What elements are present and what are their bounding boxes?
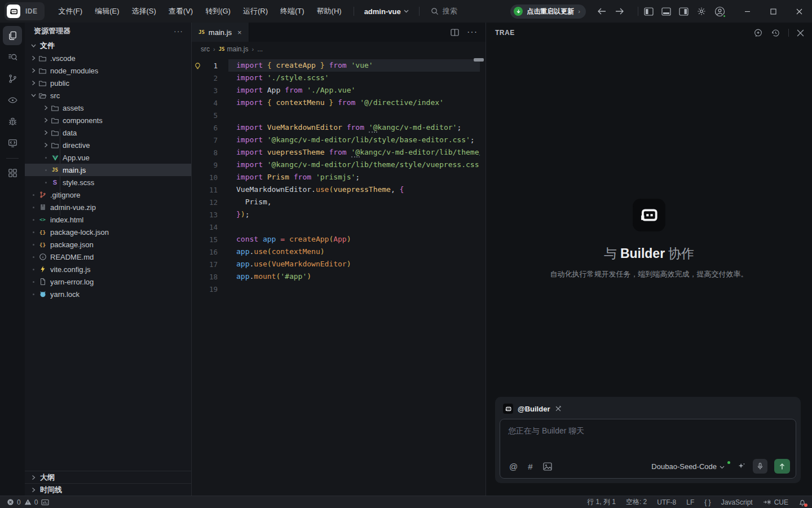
tree-item-assets[interactable]: assets [25, 102, 191, 114]
preview-eye-icon[interactable] [3, 90, 22, 110]
tree-item-directive[interactable]: directive [25, 139, 191, 151]
voice-input-button[interactable] [753, 459, 767, 474]
nav-back-button[interactable] [597, 8, 606, 15]
tree-item-label: src [50, 91, 60, 100]
chevron-expanded-icon [31, 44, 37, 48]
settings-gear-icon[interactable] [696, 6, 707, 16]
menu-item-5[interactable]: 运行(R) [237, 4, 274, 19]
cue-indicator[interactable]: CUE [763, 498, 788, 506]
source-control-icon[interactable] [3, 69, 22, 88]
extensions-grid-icon[interactable] [3, 163, 22, 182]
search-icon[interactable] [3, 47, 22, 67]
warnings-indicator[interactable]: 0 [24, 498, 38, 506]
tree-item-package-json[interactable]: {}package.json [25, 238, 191, 251]
menu-item-4[interactable]: 转到(G) [199, 4, 237, 19]
tree-chevron-icon[interactable] [29, 68, 38, 73]
tree-item-app-vue[interactable]: App.vue [25, 151, 191, 164]
window-close-button[interactable] [786, 0, 812, 23]
tree-item-main-js[interactable]: JSmain.js [25, 164, 191, 176]
breadcrumb-item-0[interactable]: src [201, 45, 210, 53]
line-number: 13 [203, 211, 218, 219]
status-item-4[interactable]: { } [704, 498, 710, 506]
window-maximize-button[interactable] [760, 0, 786, 23]
chat-input[interactable]: 您正在与 Builder 聊天 @ # Doubao-Seed-Code [500, 419, 796, 479]
tree-chevron-icon[interactable] [42, 142, 50, 148]
tree-item-index-html[interactable]: <>index.html [25, 213, 191, 226]
agent-tools-icon[interactable] [554, 405, 562, 413]
tree-item-package-lock-json[interactable]: {}package-lock.json [25, 226, 191, 238]
tree-item-yarn-error-log[interactable]: yarn-error.log [25, 275, 191, 288]
close-panel-icon[interactable] [797, 29, 804, 37]
tree-chevron-icon[interactable] [42, 117, 50, 123]
errors-indicator[interactable]: 0 [7, 498, 21, 506]
tree-item-src[interactable]: src [25, 89, 191, 102]
tree-item-vite-config-js[interactable]: vite.config.js [25, 263, 191, 275]
menu-item-3[interactable]: 查看(V) [162, 4, 199, 19]
history-icon[interactable] [771, 28, 780, 38]
menu-item-7[interactable]: 帮助(H) [311, 4, 348, 19]
status-item-5[interactable]: JavaScript [721, 498, 753, 506]
restart-to-update-button[interactable]: 点击重启以更新 › [510, 5, 586, 19]
scrollbar-thumb[interactable] [474, 58, 484, 62]
tree-item-yarn-lock[interactable]: yarn.lock [25, 288, 191, 300]
status-item-3[interactable]: LF [686, 498, 694, 506]
tree-item--vscode[interactable]: .vscode [25, 52, 191, 64]
agent-name[interactable]: @Builder [518, 405, 550, 413]
new-chat-icon[interactable] [753, 28, 763, 38]
app-logo[interactable]: IDE [5, 2, 45, 20]
status-item-2[interactable]: UTF-8 [657, 498, 676, 506]
explorer-icon[interactable] [3, 26, 22, 45]
tree-chevron-icon[interactable] [29, 55, 38, 61]
context-tag-button[interactable]: # [528, 462, 532, 471]
tree-chevron-icon[interactable] [29, 80, 38, 86]
model-selector[interactable]: Doubao-Seed-Code [651, 462, 730, 471]
code-editor[interactable]: 1import { createApp } from 'vue'2import … [192, 56, 486, 496]
toggle-left-panel-button[interactable] [644, 7, 654, 16]
breadcrumb-item-2[interactable]: ... [257, 45, 263, 53]
explorer-more-button[interactable]: ··· [174, 27, 183, 36]
search-icon [431, 7, 439, 15]
nav-forward-button[interactable] [615, 8, 624, 15]
tree-item-readme-md[interactable]: README.md [25, 251, 191, 263]
ports-indicator[interactable] [41, 499, 49, 506]
tree-item-style-scss[interactable]: Sstyle.scss [25, 176, 191, 189]
tree-item-node-modules[interactable]: node_modules [25, 64, 191, 77]
terminal-screen-icon[interactable] [3, 133, 22, 152]
debug-icon[interactable] [3, 112, 22, 131]
tree-item-data[interactable]: data [25, 126, 191, 139]
line-number: 2 [203, 74, 218, 82]
notifications-bell-icon[interactable] [798, 498, 806, 506]
send-button[interactable] [774, 459, 790, 474]
status-item-1[interactable]: 空格: 2 [626, 497, 647, 507]
global-search[interactable]: 搜索 [425, 6, 463, 16]
mention-button[interactable]: @ [509, 462, 518, 471]
editor-more-button[interactable]: ··· [467, 27, 478, 37]
window-minimize-button[interactable] [734, 0, 760, 23]
menu-item-1[interactable]: 编辑(E) [89, 4, 125, 19]
toggle-bottom-panel-button[interactable] [661, 7, 671, 16]
files-section-header[interactable]: 文件 [25, 40, 191, 52]
sidebar-panel-0[interactable]: 大纲 [25, 471, 191, 483]
menu-item-6[interactable]: 终端(T) [274, 4, 311, 19]
sidebar-panel-1[interactable]: 时间线 [25, 483, 191, 496]
tree-item--gitignore[interactable]: .gitignore [25, 189, 191, 201]
attach-image-button[interactable] [543, 462, 552, 471]
tree-item-public[interactable]: public [25, 77, 191, 89]
tree-item-admin-vue-zip[interactable]: admin-vue.zip [25, 201, 191, 213]
menu-item-2[interactable]: 选择(S) [125, 4, 162, 19]
breadcrumb-item-1[interactable]: JSmain.js [219, 45, 249, 53]
toggle-right-panel-button[interactable] [679, 7, 689, 16]
tab-close-button[interactable]: × [237, 28, 242, 37]
folder-file-icon [50, 104, 60, 112]
menu-item-0[interactable]: 文件(F) [52, 4, 89, 19]
tree-chevron-icon[interactable] [29, 93, 38, 98]
enhance-sparkle-icon[interactable] [737, 462, 746, 471]
account-avatar[interactable] [714, 6, 725, 17]
status-item-0[interactable]: 行 1, 列 1 [587, 497, 616, 507]
tab-main-js[interactable]: JS main.js × [192, 23, 249, 42]
project-selector[interactable]: admin-vue [360, 7, 413, 16]
split-editor-button[interactable] [451, 29, 459, 36]
tree-chevron-icon[interactable] [42, 105, 50, 111]
tree-chevron-icon[interactable] [42, 130, 50, 135]
tree-item-components[interactable]: components [25, 114, 191, 126]
